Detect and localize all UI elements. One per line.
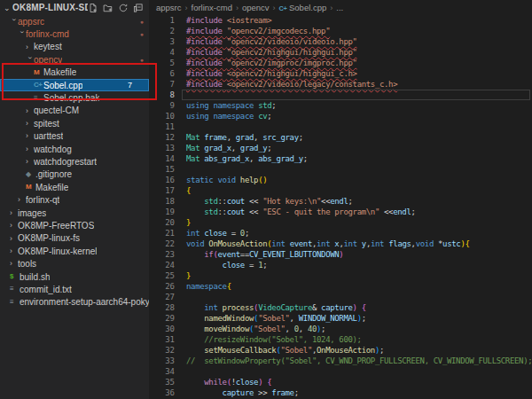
line-number: 8	[149, 90, 186, 99]
code-line[interactable]: 9using namespace std;	[149, 100, 532, 111]
tree-item-forlinx-qt[interactable]: ›forlinx-qt	[0, 193, 149, 206]
tree-item-makefile[interactable]: MMakefile	[0, 181, 149, 193]
tree-item-environment-setup-aarch64-poky-lin-[interactable]: ≡environment-setup-aarch64-poky-lin...	[0, 296, 149, 309]
line-number: 25	[149, 271, 186, 280]
tree-item-spitest[interactable]: ›spitest	[0, 117, 149, 129]
tree-item-label: images	[18, 208, 46, 218]
code-line[interactable]: 30 moveWindow("Sobel", 0, 40);	[149, 324, 532, 334]
code-line[interactable]: 7#include <opencv2/videoio/legacy/consta…	[149, 79, 532, 90]
breadcrumb-item[interactable]: forlinx-cmd	[192, 3, 232, 12]
chevron-right-icon: ›	[26, 158, 34, 166]
tree-item-watchdogrestart[interactable]: ›watchdogrestart	[0, 155, 149, 168]
code-line[interactable]: 33// setWindowProperty("Sobel", CV_WND_P…	[149, 356, 532, 366]
line-number: 14	[149, 154, 186, 163]
code-line[interactable]: 29 namedWindow("Sobel", WINDOW_NORMAL);	[149, 313, 532, 324]
code-line[interactable]: 32 setMouseCallback("Sobel",OnMouseActio…	[149, 345, 532, 356]
code-area[interactable]: 1#include <iostream>2#include "opencv2/i…	[149, 15, 532, 398]
code-text-error: #include <opencv2/highgui/highgui_c.h>	[186, 69, 357, 78]
tree-item-images[interactable]: ›images	[0, 207, 149, 219]
new-file-icon[interactable]	[88, 3, 98, 13]
tree-item-build-sh[interactable]: $build.sh	[0, 270, 149, 283]
line-number: 27	[149, 293, 186, 301]
code-line[interactable]: 20}	[149, 217, 532, 228]
line-number: 18	[149, 197, 186, 206]
code-text: // setWindowProperty("Sobel", CV_WND_PRO…	[186, 356, 532, 365]
code-line[interactable]: 27	[149, 292, 532, 302]
tree-item-watchdog[interactable]: ›watchdog	[0, 143, 149, 155]
code-line[interactable]: 36 capture >> frame;	[149, 387, 532, 398]
line-number: 2	[149, 27, 186, 35]
tree-item-sobel-cpp[interactable]: C+Sobel.cpp7	[0, 79, 149, 91]
code-text: int close = 0;	[186, 229, 249, 238]
git-changes-badge: 7	[128, 81, 132, 90]
code-line[interactable]: 2#include "opencv2/imgcodecs.hpp"	[149, 26, 532, 36]
code-line[interactable]: 26namespace{	[149, 281, 532, 292]
code-line[interactable]: 22void OnMouseAction(int event,int x,int…	[149, 239, 532, 249]
code-line[interactable]: 34	[149, 366, 532, 377]
code-line[interactable]: 5#include "opencv2/imgproc/imgproc.hpp"	[149, 58, 532, 68]
collapse-all-icon[interactable]	[133, 3, 144, 13]
code-line[interactable]: 16static void help()	[149, 175, 532, 185]
breadcrumb-item[interactable]: ...	[336, 3, 343, 12]
code-line[interactable]: 13Mat grad_x, grad_y;	[149, 143, 532, 153]
code-text-error: #include "opencv2/highgui/highgui.hpp"	[186, 48, 357, 57]
tree-item-opencv[interactable]: ›opencv●	[0, 53, 149, 66]
tree-item-ok8mp-freertos[interactable]: ›OK8MP-FreeRTOS	[0, 219, 149, 231]
code-line[interactable]: 11	[149, 121, 532, 132]
code-line[interactable]: 28 int process(VideoCapture& capture) {	[149, 302, 532, 313]
code-text: namedWindow("Sobel", WINDOW_NORMAL);	[186, 314, 366, 323]
shell-file-icon: $	[10, 273, 20, 280]
tree-item-label: uarttest	[34, 131, 63, 141]
code-line[interactable]: 8	[149, 90, 532, 100]
breadcrumb-item[interactable]: appsrc	[156, 3, 182, 12]
code-text: using namespace std;	[186, 101, 276, 110]
code-line[interactable]: 25}	[149, 270, 532, 281]
code-line[interactable]: 4#include "opencv2/highgui/highgui.hpp"	[149, 47, 532, 58]
code-text: #include <iostream>	[186, 16, 271, 25]
git-modified-dot: ●	[140, 19, 144, 25]
code-line[interactable]: 23 if(event==CV_EVENT_LBUTTONDOWN)	[149, 249, 532, 260]
code-line[interactable]: 24 close = 1;	[149, 260, 532, 270]
tree-item--gitignore[interactable]: ◆.gitignore	[0, 168, 149, 181]
code-line[interactable]: 1#include <iostream>	[149, 15, 532, 26]
code-line[interactable]: 10using namespace cv;	[149, 111, 532, 121]
tree-item-tools[interactable]: ›tools	[0, 257, 149, 270]
code-line[interactable]: 6#include <opencv2/highgui/highgui_c.h>	[149, 68, 532, 79]
breadcrumb-item[interactable]: C+ Sobel.cpp	[279, 3, 327, 12]
tree-item-label: Sobel.cpp.bak	[43, 93, 99, 103]
tree-item-ok8mp-linux-fs[interactable]: ›OK8MP-linux-fs	[0, 232, 149, 245]
refresh-icon[interactable]	[118, 3, 129, 13]
code-text: std::cout << "Hot keys:\n"<<endl;	[186, 197, 353, 206]
code-text: close = 1;	[186, 261, 267, 270]
code-line[interactable]: 21int close = 0;	[149, 228, 532, 239]
tree-item-appsrc[interactable]: ›appsrc●	[0, 15, 149, 27]
code-line[interactable]: 35 while(!close) {	[149, 377, 532, 387]
explorer-root-row[interactable]: ⌄ OK8MP-LINUX-SDK	[0, 0, 149, 15]
code-line[interactable]: 17{	[149, 185, 532, 196]
code-line[interactable]: 15	[149, 164, 532, 175]
code-line[interactable]: 18 std::cout << "Hot keys:\n"<<endl;	[149, 196, 532, 207]
code-text: //resizeWindow("Sobel", 1024, 600);	[186, 335, 362, 344]
chevron-right-icon: ›	[10, 260, 18, 268]
line-number: 5	[149, 59, 186, 67]
tree-item-quectel-cm[interactable]: ›quectel-CM	[0, 105, 149, 117]
tree-item-uarttest[interactable]: ›uarttest	[0, 130, 149, 143]
breadcrumb-item[interactable]: opencv	[242, 3, 270, 12]
code-line[interactable]: 31 //resizeWindow("Sobel", 1024, 600);	[149, 334, 532, 345]
tree-item-commit-id-txt[interactable]: ≡commit_id.txt	[0, 283, 149, 295]
code-line[interactable]: 3#include "opencv2/videoio/videoio.hpp"	[149, 36, 532, 47]
tree-item-forlinx-cmd[interactable]: ›forlinx-cmd●	[0, 27, 149, 40]
chevron-right-icon: ›	[26, 107, 34, 115]
tree-item-sobel-cpp-bak[interactable]: ≡Sobel.cpp.bak	[0, 91, 149, 104]
line-number: 3	[149, 37, 186, 46]
code-line[interactable]: 19 std::cout << "ESC - quit the program\…	[149, 207, 532, 217]
tree-item-keytest[interactable]: ›keytest	[0, 41, 149, 53]
new-folder-icon[interactable]	[103, 3, 113, 13]
code-line[interactable]: 12Mat frame, grad, src_gray;	[149, 132, 532, 143]
tree-item-makefile[interactable]: MMakefile	[0, 66, 149, 79]
tree-item-ok8mp-linux-kernel[interactable]: ›OK8MP-linux-kernel	[0, 245, 149, 257]
code-text: if(event==CV_EVENT_LBUTTONDOWN)	[186, 250, 343, 259]
code-line[interactable]: 14Mat abs_grad_x, abs_grad_y;	[149, 153, 532, 164]
line-number: 6	[149, 69, 186, 78]
explorer-sidebar: ⌄ OK8MP-LINUX-SDK ›appsrc●›forlinx-cmd●›…	[0, 0, 149, 399]
